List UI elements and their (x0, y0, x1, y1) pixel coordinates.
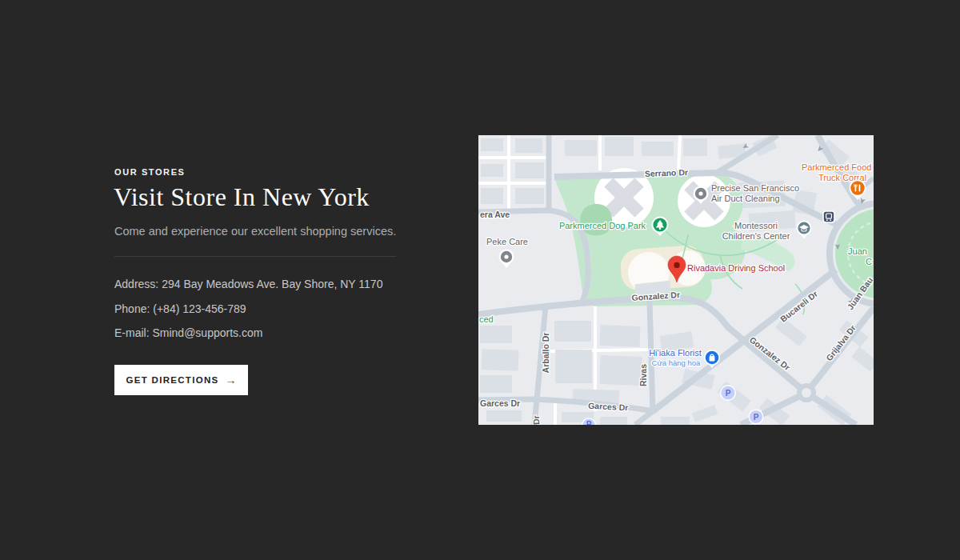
poi-precise-label-2[interactable]: Air Duct Cleaning (711, 194, 780, 203)
poi-food-truck-label-1[interactable]: Parkmerced Food (802, 162, 871, 172)
store-phone: Phone: (+84) 123-456-789 (114, 297, 382, 322)
poi-precise-label-1[interactable]: Precise San Francisco (711, 183, 799, 193)
page-title: Visit Store In New York (114, 182, 370, 212)
poi-rivadavia-label[interactable]: Rivadavia Driving School (687, 263, 785, 273)
parking-icon-2[interactable]: P (749, 410, 764, 425)
poi-florist-label-2[interactable]: Cửa hàng hoa (652, 358, 701, 367)
poi-florist-label-1[interactable]: Hi'iaka Florist (649, 348, 702, 358)
divider (114, 256, 396, 257)
poi-montessori-label-1[interactable]: Montessori (734, 221, 778, 230)
poi-juan-circle-label-1: Juan (848, 246, 867, 256)
street-garces-left: Garces Dr (480, 398, 520, 408)
street-arballo: Arballo Dr (541, 333, 550, 374)
parking-letter: P (586, 420, 592, 425)
get-directions-button[interactable]: GET DIRECTIONS → (114, 365, 248, 395)
map-canvas: Serrano Dr era Ave Gonzalez Dr Gonzalez … (478, 135, 874, 425)
street-era-ave: era Ave (480, 210, 510, 219)
map-roundabout (799, 386, 814, 400)
poi-dog-park-label[interactable]: Parkmerced Dog Park (559, 221, 646, 230)
arrow-right-icon: → (225, 374, 236, 386)
poi-peke-care-label[interactable]: Peke Care (486, 237, 528, 246)
store-address: Address: 294 Bay Meadows Ave. Bay Shore,… (114, 272, 382, 297)
store-email: E-mail: Smind@supports.com (114, 321, 382, 346)
store-subtitle: Come and experience our excellent shoppi… (114, 225, 396, 238)
stores-eyebrow: OUR STORES (114, 167, 186, 177)
street-rivas: Rivas (638, 364, 648, 386)
poi-parkmerced-partial-label: ced (479, 314, 494, 324)
street-serrano: Serrano Dr (645, 167, 689, 178)
contact-block: Address: 294 Bay Meadows Ave. Bay Shore,… (114, 272, 382, 346)
transit-station-icon[interactable] (823, 211, 834, 222)
parking-icon-1[interactable]: P (720, 385, 736, 401)
parking-letter: P (726, 389, 731, 398)
poi-montessori-label-2[interactable]: Children's Center (722, 231, 790, 241)
street-arballo-partial: Dr (531, 415, 542, 425)
store-location-map[interactable]: Serrano Dr era Ave Gonzalez Dr Gonzalez … (478, 135, 874, 425)
poi-juan-circle-label-2: C (866, 257, 872, 266)
parking-letter: P (754, 413, 759, 422)
get-directions-label: GET DIRECTIONS (126, 375, 219, 385)
